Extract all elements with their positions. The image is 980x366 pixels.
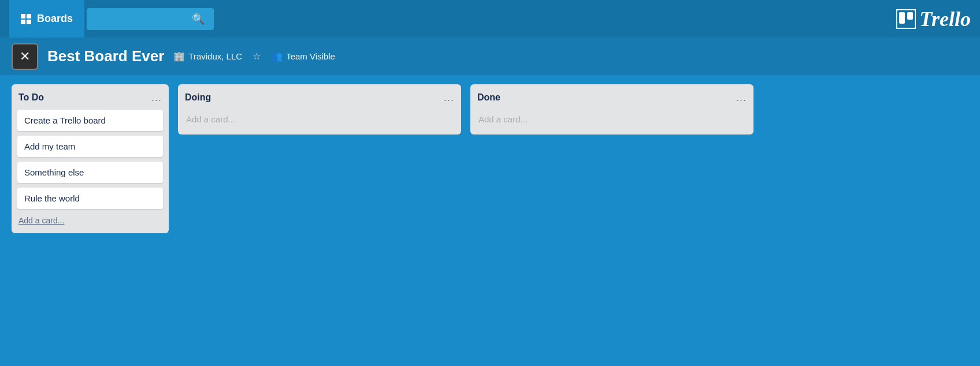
board-star[interactable]: ☆ — [253, 51, 261, 62]
list-title-doing: Doing — [185, 92, 211, 103]
board-avatar: ✕ — [12, 43, 38, 70]
boards-button[interactable]: Boards — [9, 0, 84, 38]
svg-rect-2 — [907, 12, 913, 20]
board-header: ✕ Best Board Ever 🏢 Travidux, LLC ☆ 👥 Te… — [0, 38, 980, 75]
list-done: Done ... Add a card... — [470, 84, 753, 135]
trello-logo-icon — [896, 9, 916, 29]
card-rule-the-world[interactable]: Rule the world — [17, 188, 163, 209]
list-header-done: Done ... — [476, 90, 748, 105]
list-doing: Doing ... Add a card... — [178, 84, 461, 135]
visibility-label: Team Visible — [286, 51, 335, 61]
list-menu-button-doing[interactable]: ... — [444, 92, 454, 103]
search-icon[interactable]: 🔍 — [192, 13, 205, 25]
trello-logo: Trello — [896, 7, 971, 31]
card-add-my-team[interactable]: Add my team — [17, 136, 163, 157]
card-text: Add my team — [24, 141, 75, 151]
svg-rect-1 — [899, 12, 905, 24]
list-title-todo: To Do — [18, 92, 44, 103]
star-icon: ☆ — [253, 51, 261, 62]
board-title: Best Board Ever — [47, 47, 164, 65]
list-title-done: Done — [477, 92, 500, 103]
boards-label: Boards — [37, 13, 73, 25]
card-text: Create a Trello board — [24, 115, 106, 125]
list-menu-button-done[interactable]: ... — [736, 92, 747, 103]
card-something-else[interactable]: Something else — [17, 162, 163, 183]
search-bar[interactable]: 🔍 — [87, 8, 214, 30]
done-placeholder: Add a card... — [476, 110, 748, 129]
header-left: Boards 🔍 — [9, 0, 214, 38]
list-menu-button-todo[interactable]: ... — [151, 92, 162, 103]
card-create-trello-board[interactable]: Create a Trello board — [17, 110, 163, 131]
trello-logo-text: Trello — [919, 7, 971, 31]
board-avatar-icon: ✕ — [20, 49, 30, 64]
org-name: Travidux, LLC — [188, 51, 242, 61]
visibility-icon: 👥 — [271, 51, 283, 62]
add-card-label: Add a card... — [18, 216, 64, 225]
card-text: Rule the world — [24, 193, 80, 203]
list-header-todo: To Do ... — [17, 90, 163, 105]
doing-placeholder: Add a card... — [184, 110, 455, 129]
board-visibility[interactable]: 👥 Team Visible — [271, 51, 335, 62]
add-card-button-todo[interactable]: Add a card... — [17, 214, 163, 227]
search-input[interactable] — [94, 14, 192, 24]
org-icon: 🏢 — [173, 51, 185, 62]
boards-grid-icon — [21, 14, 31, 24]
board-content: To Do ... Create a Trello board Add my t… — [0, 75, 980, 366]
list-header-doing: Doing ... — [184, 90, 455, 105]
board-meta: 🏢 Travidux, LLC ☆ 👥 Team Visible — [173, 51, 335, 62]
card-text: Something else — [24, 167, 84, 177]
board-org[interactable]: 🏢 Travidux, LLC — [173, 51, 242, 62]
list-todo: To Do ... Create a Trello board Add my t… — [12, 84, 169, 233]
header: Boards 🔍 Trello — [0, 0, 980, 38]
